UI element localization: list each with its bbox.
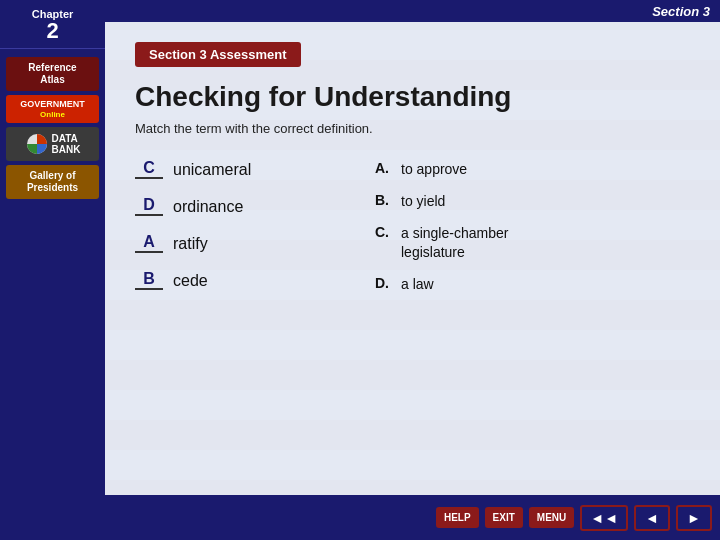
reference-atlas-label: ReferenceAtlas — [28, 62, 76, 85]
match-item-cede: B cede — [135, 271, 335, 290]
forward-button[interactable]: ► — [676, 505, 712, 531]
sidebar: Chapter 2 ReferenceAtlas GOVERNMENT Onli… — [0, 0, 105, 540]
def-text-c: a single-chamberlegislature — [401, 224, 508, 260]
blank-ratify: A — [135, 234, 163, 253]
top-bar: Section 3 — [0, 0, 720, 22]
match-item-ratify: A ratify — [135, 234, 335, 253]
match-container: C unicameral D ordinance A ratify B cede… — [135, 160, 690, 293]
def-text-b: to yield — [401, 192, 445, 210]
def-text-a: to approve — [401, 160, 467, 178]
data-bank-icon — [25, 132, 49, 156]
sidebar-nav: ReferenceAtlas GOVERNMENT Online DATA BA… — [0, 49, 105, 207]
word-ordinance: ordinance — [173, 198, 243, 216]
chapter-number: 2 — [4, 20, 101, 42]
def-item-d: D. a law — [375, 275, 615, 293]
blank-unicameral: C — [135, 160, 163, 179]
def-letter-d: D. — [375, 275, 393, 291]
section-label: Section 3 — [652, 4, 710, 19]
main-content: Section 3 Assessment Checking for Unders… — [105, 22, 720, 540]
help-button[interactable]: HELP — [436, 507, 479, 528]
def-text-d: a law — [401, 275, 434, 293]
gallery-label: Gallery ofPresidents — [27, 170, 78, 193]
gov-text: GOVERNMENT — [20, 99, 85, 110]
online-text: Online — [40, 110, 65, 120]
def-letter-c: C. — [375, 224, 393, 240]
match-right: A. to approve B. to yield C. a single-ch… — [375, 160, 615, 293]
back-button[interactable]: ◄ — [634, 505, 670, 531]
bank-label: BANK — [52, 144, 81, 155]
def-item-a: A. to approve — [375, 160, 615, 178]
page-title: Checking for Understanding — [135, 81, 690, 113]
sidebar-item-gallery[interactable]: Gallery ofPresidents — [6, 165, 99, 199]
assessment-banner: Section 3 Assessment — [135, 42, 301, 67]
bottom-nav-bar: HELP EXIT MENU ◄◄ ◄ ► — [105, 495, 720, 540]
match-item-unicameral: C unicameral — [135, 160, 335, 179]
match-item-ordinance: D ordinance — [135, 197, 335, 216]
blank-cede: B — [135, 271, 163, 290]
match-left: C unicameral D ordinance A ratify B cede — [135, 160, 335, 293]
chapter-box: Chapter 2 — [0, 0, 105, 49]
sidebar-item-government-online[interactable]: GOVERNMENT Online — [6, 95, 99, 123]
word-cede: cede — [173, 272, 208, 290]
blank-ordinance: D — [135, 197, 163, 216]
def-item-c: C. a single-chamberlegislature — [375, 224, 615, 260]
def-letter-a: A. — [375, 160, 393, 176]
data-bank-text: DATA BANK — [52, 133, 81, 155]
sidebar-item-data-bank[interactable]: DATA BANK — [6, 127, 99, 161]
def-item-b: B. to yield — [375, 192, 615, 210]
page-subtitle: Match the term with the correct definiti… — [135, 121, 690, 136]
back-to-start-button[interactable]: ◄◄ — [580, 505, 628, 531]
menu-button[interactable]: MENU — [529, 507, 574, 528]
word-ratify: ratify — [173, 235, 208, 253]
exit-button[interactable]: EXIT — [485, 507, 523, 528]
def-letter-b: B. — [375, 192, 393, 208]
word-unicameral: unicameral — [173, 161, 251, 179]
sidebar-item-reference-atlas[interactable]: ReferenceAtlas — [6, 57, 99, 91]
data-label: DATA — [52, 133, 78, 144]
